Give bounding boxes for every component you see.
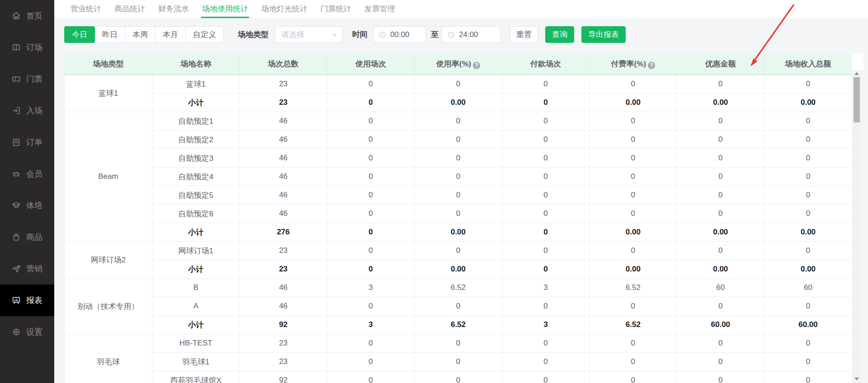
venue-name-cell: 西苑羽毛球馆X [152,371,239,383]
value-cell: 0 [677,297,764,316]
scrollbar-cap [852,53,863,70]
value-cell: 0 [590,334,677,353]
value-cell: 0 [327,93,414,112]
query-button[interactable]: 查询 [545,26,574,43]
value-cell: 0.00 [764,223,852,242]
sidebar-item-home[interactable]: 首页 [0,0,54,32]
sidebar-item-label: 设置 [26,327,42,337]
value-cell: 0 [764,353,852,371]
venue-type-label: 场地类型 [238,29,269,40]
column-header: 场地类型 [65,53,152,75]
sidebar-item-marketing[interactable]: 营销 [0,253,54,285]
value-cell: 0 [764,242,852,260]
date-button[interactable]: 自定义 [185,26,224,43]
value-cell: 0 [764,297,852,316]
value-cell: 0 [764,131,852,149]
column-header: 使用率(%)? [415,53,502,75]
time-from-input[interactable]: 00:00 [373,26,426,43]
sidebar-item-report[interactable]: 报表 [0,285,54,316]
value-cell: 0.00 [590,260,677,279]
training-icon [11,201,21,210]
value-cell: 0 [415,168,502,186]
value-cell: 0 [502,334,589,353]
table-row: A46000000 [65,297,852,316]
date-button[interactable]: 本周 [125,26,156,43]
value-cell: 23 [240,75,327,93]
sidebar-item-label: 订场 [26,42,42,53]
reset-button[interactable]: 重置 [510,26,538,43]
table-row: 别动（技术专用）B4636.5236.526060 [65,279,852,297]
value-cell: 0 [415,297,502,316]
value-cell: 0 [502,260,589,279]
date-button[interactable]: 今日 [64,26,95,43]
sidebar-item-ticket[interactable]: 门票 [0,63,54,95]
tab-4[interactable]: 场地灯光统计 [261,0,307,18]
app: { "colors": { "accent": "#16b862", "side… [0,0,868,383]
value-cell: 0 [677,75,764,93]
venue-type-select[interactable]: 请选择 [275,26,343,43]
ticket-icon [11,74,21,84]
help-icon[interactable]: ? [648,62,655,69]
venue-name-cell: 小计 [152,316,239,334]
value-cell: 0 [415,242,502,260]
chevron-down-icon [331,32,338,38]
column-header: 付费率(%)? [590,53,677,75]
sidebar-item-product[interactable]: 商品 [0,221,54,253]
value-cell: 3 [502,316,589,334]
venue-usage-table: 场地类型场地名称场次总数使用场次使用率(%)?付款场次付费率(%)?优惠金额场地… [64,53,852,383]
value-cell: 0 [502,112,589,131]
venue-type-cell: 别动（技术专用） [65,279,152,334]
scroll-down-arrow-icon[interactable] [853,376,861,382]
value-cell: 0.00 [764,260,852,279]
value-cell: 0 [764,75,852,93]
tab-6[interactable]: 发票管理 [364,0,395,18]
vertical-scrollbar[interactable] [853,70,861,382]
time-to-input[interactable]: 24:00 [442,26,500,43]
value-cell: 3 [327,279,414,297]
date-button[interactable]: 本月 [155,26,186,43]
tab-0[interactable]: 营业统计 [71,0,101,18]
date-button[interactable]: 昨日 [94,26,125,43]
home-icon [11,11,21,21]
value-cell: 0 [590,242,677,260]
value-cell: 60.00 [764,316,852,334]
value-cell: 23 [240,260,327,279]
value-cell: 276 [240,223,327,242]
value-cell: 46 [240,112,327,131]
tab-1[interactable]: 商品统计 [114,0,145,18]
value-cell: 0.00 [415,260,502,279]
tab-2[interactable]: 财务流水 [158,0,189,18]
column-header-label: 场地收入总额 [785,60,831,68]
sidebar-item-training[interactable]: 体培 [0,190,54,221]
tab-5[interactable]: 门票统计 [321,0,351,18]
table-header-row: 场地类型场地名称场次总数使用场次使用率(%)?付款场次付费率(%)?优惠金额场地… [65,53,852,75]
value-cell: 0.00 [590,223,677,242]
value-cell: 46 [240,205,327,223]
sidebar-item-order[interactable]: 订单 [0,126,54,158]
value-cell: 0.00 [415,93,502,112]
value-cell: 0 [327,371,414,383]
export-report-button[interactable]: 导出报表 [581,26,626,43]
column-header: 使用场次 [327,53,414,75]
scroll-up-arrow-icon[interactable] [853,70,861,77]
value-cell: 0 [677,334,764,353]
value-cell: 0 [764,168,852,186]
sidebar-item-label: 商品 [26,232,42,243]
venue-name-cell: 小计 [152,93,239,112]
sidebar-item-settings[interactable]: 设置 [0,316,54,348]
column-header: 场地名称 [152,53,239,75]
tab-3[interactable]: 场地使用统计 [202,0,248,18]
table-row: 自助预定446000000 [65,168,852,186]
sidebar-item-member[interactable]: 会员 [0,158,54,190]
scrollbar-thumb[interactable] [854,77,860,122]
value-cell: 0.00 [677,260,764,279]
sidebar-item-entry[interactable]: 入场 [0,95,54,126]
value-cell: 0 [415,112,502,131]
venue-name-cell: A [152,297,239,316]
column-header-label: 使用场次 [355,60,386,68]
table-row: 自助预定546000000 [65,186,852,205]
help-icon[interactable]: ? [473,62,480,69]
value-cell: 3 [327,316,414,334]
sidebar-item-booking[interactable]: 订场 [0,32,54,63]
table-row: 小计2300.0000.000.000.00 [65,260,852,279]
